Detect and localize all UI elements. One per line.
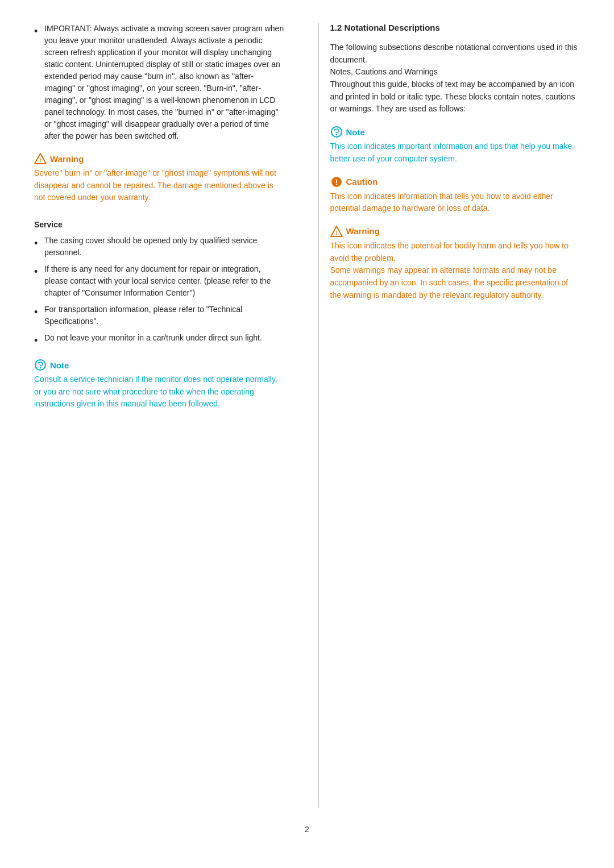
service-item: •If there is any need for any document f… (34, 263, 284, 299)
service-item-text: For transportation information, please r… (44, 304, 284, 327)
page: • IMPORTANT: Always activate a moving sc… (0, 0, 614, 868)
important-list: • IMPORTANT: Always activate a moving sc… (34, 23, 284, 142)
svg-point-2 (40, 367, 41, 368)
bullet-dot: • (34, 264, 44, 280)
right-warning-block: ! Warning This icon indicates the potent… (330, 225, 580, 301)
bullet-dot: • (34, 236, 44, 251)
important-item: • IMPORTANT: Always activate a moving sc… (34, 23, 284, 142)
note-icon-right (330, 126, 343, 138)
right-note-label: Note (346, 127, 365, 137)
service-item-text: If there is any need for any document fo… (44, 263, 284, 299)
right-warning-header: ! Warning (330, 225, 580, 238)
right-caution-text: This icon indicates information that tel… (330, 190, 580, 215)
service-item: •The casing cover should be opened only … (34, 235, 284, 259)
right-note-header: Note (330, 126, 580, 138)
service-item: •Do not leave your monitor in a car/trun… (34, 332, 284, 348)
service-item-text: Do not leave your monitor in a car/trunk… (44, 332, 262, 344)
left-warning-text: Severe'' burn-in'' or ''after-image'' or… (34, 167, 284, 204)
right-warning-label: Warning (346, 226, 380, 236)
right-note-text: This icon indicates important informatio… (330, 140, 580, 165)
left-note-header: Note (34, 359, 284, 371)
left-warning-header: ! Warning (34, 152, 284, 165)
warning-icon-right: ! (330, 225, 343, 238)
left-warning-block: ! Warning Severe'' burn-in'' or ''after-… (34, 152, 284, 204)
svg-text:!: ! (335, 178, 337, 186)
columns: • IMPORTANT: Always activate a moving sc… (34, 23, 580, 808)
left-note-text: Consult a service technician if the moni… (34, 373, 284, 410)
left-column: • IMPORTANT: Always activate a moving sc… (34, 23, 296, 808)
right-caution-block: ! Caution This icon indicates informatio… (330, 176, 580, 215)
bullet-dot: • (34, 305, 44, 320)
left-note-label: Note (50, 360, 69, 370)
service-section: Service •The casing cover should be open… (34, 220, 284, 348)
service-item-text: The casing cover should be opened only b… (44, 235, 284, 259)
right-warning-text: This icon indicates the potential for bo… (330, 240, 580, 301)
right-caution-label: Caution (346, 177, 378, 186)
svg-point-3 (331, 127, 342, 137)
service-list: •The casing cover should be opened only … (34, 235, 284, 348)
svg-point-4 (335, 134, 337, 135)
intro-text: The following subsections describe notat… (330, 41, 580, 115)
section-heading: 1.2 Notational Descriptions (330, 23, 580, 35)
right-column: 1.2 Notational Descriptions The followin… (318, 23, 580, 808)
service-title: Service (34, 220, 284, 229)
svg-point-1 (35, 360, 45, 370)
warning-icon-left: ! (34, 152, 47, 165)
right-caution-header: ! Caution (330, 176, 580, 188)
left-note-block: Note Consult a service technician if the… (34, 359, 284, 410)
note-icon-left (34, 359, 47, 371)
important-text: IMPORTANT: Always activate a moving scre… (44, 23, 284, 142)
service-item: •For transportation information, please … (34, 304, 284, 327)
page-number: 2 (34, 825, 580, 834)
bullet-dot: • (34, 24, 44, 39)
bullet-dot: • (34, 333, 44, 348)
left-warning-label: Warning (50, 154, 84, 164)
right-note-block: Note This icon indicates important infor… (330, 126, 580, 165)
svg-text:!: ! (40, 157, 42, 163)
caution-icon-right: ! (330, 176, 343, 188)
svg-text:!: ! (335, 230, 337, 236)
